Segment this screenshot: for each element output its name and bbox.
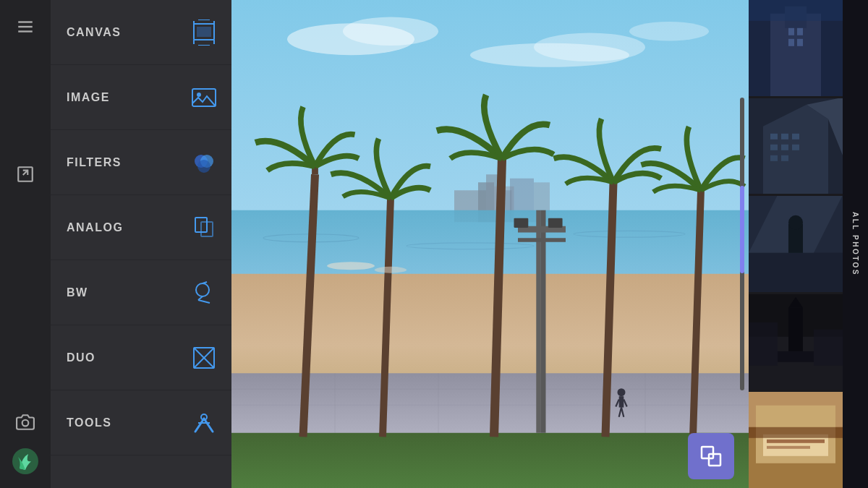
svg-rect-65 (548, 218, 563, 228)
svg-line-29 (195, 419, 204, 432)
main-image (231, 0, 749, 488)
sidebar-item-duo[interactable]: DUO (51, 325, 231, 390)
svg-rect-97 (781, 133, 788, 139)
svg-rect-121 (767, 440, 825, 443)
sidebar-item-tools[interactable]: TOOLS (51, 390, 231, 455)
svg-point-5 (22, 420, 29, 427)
canvas-icon (190, 18, 218, 47)
svg-rect-114 (778, 351, 814, 362)
svg-rect-103 (781, 155, 788, 160)
svg-rect-116 (814, 330, 843, 366)
svg-rect-15 (192, 89, 216, 106)
photo-thumb-2[interactable] (749, 98, 843, 194)
sidebar-label-analog: ANALOG (67, 221, 123, 234)
svg-rect-63 (518, 238, 566, 242)
svg-point-79 (343, 17, 438, 46)
duo-icon (190, 343, 218, 372)
svg-point-66 (618, 388, 626, 396)
svg-rect-92 (749, 0, 843, 21)
svg-rect-12 (197, 27, 211, 37)
sidebar-label-canvas: CANVAS (67, 26, 121, 39)
svg-rect-102 (770, 155, 778, 160)
sidebar-label-tools: TOOLS (67, 416, 111, 429)
svg-rect-115 (749, 322, 778, 366)
svg-point-16 (197, 93, 201, 97)
svg-point-81 (534, 33, 645, 61)
sidebar-label-image: IMAGE (67, 91, 110, 104)
svg-rect-88 (788, 28, 794, 35)
svg-rect-101 (792, 144, 799, 150)
svg-rect-90 (788, 39, 794, 46)
svg-rect-112 (788, 308, 803, 359)
svg-rect-61 (541, 210, 546, 433)
svg-line-23 (203, 282, 207, 283)
svg-rect-3 (18, 167, 33, 181)
svg-rect-67 (619, 396, 624, 407)
photo-thumb-1[interactable] (749, 0, 843, 96)
svg-line-30 (204, 419, 213, 432)
svg-point-109 (788, 215, 803, 230)
svg-rect-64 (514, 218, 529, 228)
analog-icon (190, 213, 218, 242)
canvas-scrollbar[interactable] (740, 98, 744, 390)
svg-rect-107 (749, 253, 843, 292)
camera-button[interactable] (7, 404, 43, 440)
svg-rect-100 (781, 144, 788, 150)
photo-thumb-3[interactable] (749, 196, 843, 292)
right-panel: ALL PHOTOS (749, 0, 868, 488)
tools-icon (190, 408, 218, 437)
svg-rect-53 (231, 433, 749, 488)
svg-point-76 (327, 262, 375, 270)
filters-icon (190, 148, 218, 177)
svg-rect-84 (709, 454, 720, 466)
sidebar-item-image[interactable]: IMAGE (51, 65, 231, 130)
sidebar-item-analog[interactable]: ANALOG (51, 195, 231, 260)
all-photos-sidebar[interactable]: ALL PHOTOS (843, 0, 868, 488)
svg-rect-60 (536, 210, 541, 433)
left-toolbar (0, 0, 51, 488)
menu-button[interactable] (7, 9, 43, 45)
logo-button[interactable] (7, 443, 43, 479)
image-icon (190, 83, 218, 112)
svg-point-19 (197, 160, 210, 173)
main-canvas-area (231, 0, 749, 488)
svg-point-22 (196, 283, 209, 296)
svg-rect-123 (749, 427, 843, 438)
all-photos-label: ALL PHOTOS (851, 212, 859, 276)
sidebar-item-bw[interactable]: BW (51, 260, 231, 325)
canvas-scrollbar-thumb (740, 186, 744, 274)
sidebar-item-filters[interactable]: FILTERS (51, 130, 231, 195)
sidebar-label-duo: DUO (67, 351, 95, 364)
svg-rect-99 (770, 144, 778, 150)
photo-strip (749, 0, 843, 488)
canvas-action-button[interactable] (688, 433, 734, 479)
sidebar-item-canvas[interactable]: CANVAS (51, 0, 231, 65)
svg-rect-122 (767, 446, 810, 449)
svg-rect-96 (770, 133, 778, 139)
sidebar-label-bw: BW (67, 286, 88, 299)
photo-thumb-5[interactable] (749, 392, 843, 488)
svg-rect-83 (702, 447, 713, 458)
sidebar-label-filters: FILTERS (67, 156, 122, 169)
export-button[interactable] (7, 156, 43, 192)
svg-point-82 (629, 22, 709, 40)
svg-point-77 (375, 267, 407, 273)
svg-rect-89 (797, 28, 803, 35)
photo-thumb-4[interactable] (749, 294, 843, 390)
side-menu: CANVAS IMAGE FILTERS (51, 0, 231, 488)
svg-rect-91 (797, 39, 803, 46)
svg-rect-98 (792, 133, 799, 139)
svg-line-25 (198, 300, 210, 303)
bw-icon (190, 278, 218, 307)
